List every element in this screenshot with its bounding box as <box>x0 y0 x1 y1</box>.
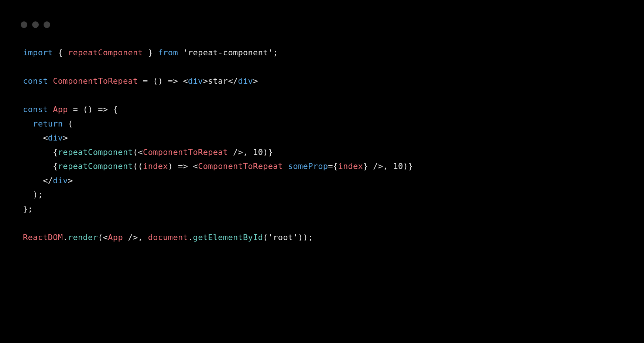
code-token: from <box>158 48 178 57</box>
code-token: 10 <box>393 162 403 171</box>
code-token: ) => < <box>168 162 198 171</box>
code-token: App <box>108 233 123 242</box>
code-token: < <box>23 133 48 142</box>
code-token: render <box>68 233 98 242</box>
code-token: > <box>68 176 73 185</box>
code-token: ReactDOM <box>23 233 63 242</box>
code-token: someProp <box>288 162 328 171</box>
code-token: div <box>48 133 63 142</box>
code-token: } <box>143 48 158 57</box>
code-token: ); <box>23 190 43 199</box>
window-minimize-icon[interactable] <box>32 21 39 28</box>
code-token: { <box>53 48 68 57</box>
code-token: ComponentToRepeat <box>53 76 138 86</box>
code-token: div <box>188 76 203 86</box>
code-token: } />, <box>363 162 393 171</box>
code-token: ( <box>263 233 268 242</box>
code-token: />, <box>228 148 253 157</box>
code-token: 'repeat-component' <box>183 48 273 57</box>
code-editor[interactable]: import { repeatComponent } from 'repeat-… <box>0 28 644 245</box>
window-close-icon[interactable] <box>21 21 27 28</box>
window-controls <box>0 0 644 28</box>
code-token: (< <box>98 233 108 242</box>
code-token: )} <box>403 162 413 171</box>
code-token: )} <box>263 148 273 157</box>
code-token: index <box>143 162 168 171</box>
code-token: const <box>23 76 48 86</box>
code-token: return <box>33 119 63 128</box>
code-token: . <box>63 233 68 242</box>
code-token: div <box>53 176 68 185</box>
code-token: ={ <box>328 162 338 171</box>
code-token: />, <box>123 233 148 242</box>
code-token: 'root' <box>268 233 298 242</box>
code-token: div <box>238 76 253 86</box>
code-token: App <box>53 105 68 114</box>
code-token: (< <box>133 148 143 157</box>
code-token: > <box>253 76 258 86</box>
code-token: const <box>23 105 48 114</box>
code-token <box>23 119 33 128</box>
code-token: getElementById <box>193 233 263 242</box>
code-token: }; <box>23 204 33 214</box>
code-token: ComponentToRepeat <box>198 162 283 171</box>
code-token <box>178 48 183 57</box>
code-token <box>48 105 53 114</box>
code-token: </ <box>23 176 53 185</box>
code-token: 10 <box>253 148 263 157</box>
code-token: . <box>188 233 193 242</box>
code-token: repeatComponent <box>58 148 133 157</box>
code-token: { <box>23 162 58 171</box>
code-token: index <box>338 162 363 171</box>
code-token: (( <box>133 162 143 171</box>
code-token: > <box>63 133 68 142</box>
code-token: import <box>23 48 53 57</box>
code-token: repeatComponent <box>68 48 143 57</box>
code-token <box>283 162 288 171</box>
code-token: repeatComponent <box>58 162 133 171</box>
code-token: >star</ <box>203 76 238 86</box>
code-token: = () => < <box>138 76 188 86</box>
code-token: ComponentToRepeat <box>143 148 228 157</box>
code-token <box>48 76 53 86</box>
window-maximize-icon[interactable] <box>44 21 50 28</box>
code-token: ( <box>63 119 73 128</box>
code-token: { <box>23 148 58 157</box>
code-token: )); <box>298 233 313 242</box>
code-token: document <box>148 233 188 242</box>
code-token: ; <box>273 48 278 57</box>
code-token: = () => { <box>68 105 118 114</box>
